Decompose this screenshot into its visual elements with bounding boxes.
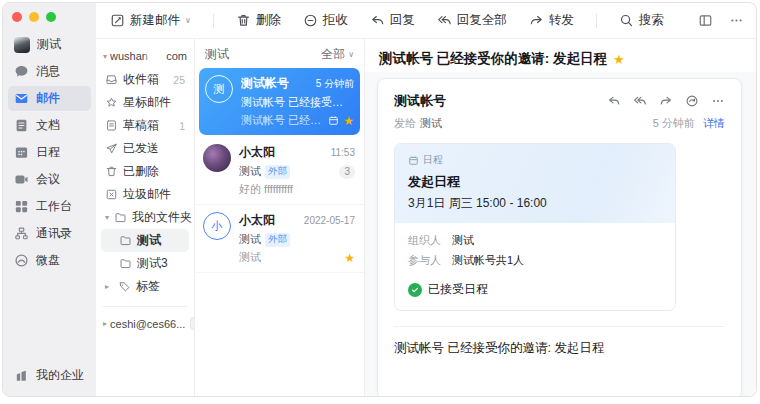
forward-icon[interactable]: [659, 94, 673, 108]
more-icon[interactable]: [711, 94, 725, 108]
mail-timestamp: 5 分钟前: [653, 116, 695, 131]
mail-card-header: 测试帐号: [394, 92, 725, 110]
to-recipient: 测试: [420, 116, 442, 131]
search-label: 搜索: [639, 12, 664, 29]
forward-icon: [529, 13, 544, 28]
sidebar-item-meeting[interactable]: 会议: [8, 167, 91, 192]
filter-dropdown[interactable]: 全部 ∨: [321, 46, 354, 63]
folder-junk[interactable]: 垃圾邮件: [101, 183, 189, 206]
sidebar-item-calendar[interactable]: 日程: [8, 140, 91, 165]
reply-all-icon[interactable]: [633, 94, 647, 108]
sidebar-item-my-company[interactable]: 我的企业: [3, 367, 96, 396]
circle-arrow-icon[interactable]: [685, 94, 699, 108]
sidebar-item-workbench[interactable]: 工作台: [8, 194, 91, 219]
folder-ceshi[interactable]: 测试: [101, 229, 189, 252]
compose-label: 新建邮件: [130, 12, 180, 29]
grid-icon: [14, 199, 29, 214]
mail-subject: 测试: [239, 232, 261, 247]
sidebar-nav: 测试 消息 邮件 文档 日程 会议: [3, 28, 96, 277]
more-icon[interactable]: [729, 13, 744, 28]
send-icon: [105, 142, 118, 155]
maximize-window-button[interactable]: [46, 12, 56, 22]
content-area: ▾ wushancom 收件箱 25 星标邮件 草稿箱 1: [96, 39, 756, 396]
mail-preview: 测试帐号 已经接受你的邀请: [241, 113, 328, 128]
forward-button[interactable]: 转发: [529, 12, 574, 29]
document-icon: [14, 118, 29, 133]
folder-sent[interactable]: 已发送: [101, 137, 189, 160]
draft-icon: [105, 119, 118, 132]
secondary-account-label: ceshi@ces66...: [110, 318, 185, 330]
folder-divider: [103, 306, 187, 307]
organizer-value: 测试: [452, 233, 474, 248]
sidebar-item-docs[interactable]: 文档: [8, 113, 91, 138]
mail-time: 11:53: [331, 147, 355, 158]
detail-link[interactable]: 详情: [703, 116, 725, 131]
mail-card: 测试帐号 发给 测试 5 分钟前: [377, 78, 742, 396]
event-card[interactable]: 日程 发起日程 3月1日 周三 15:00 - 16:00 组织人 测试 参: [394, 143, 676, 311]
app-window: 测试 消息 邮件 文档 日程 会议: [2, 2, 757, 397]
sender-name: 测试帐号: [241, 75, 289, 92]
folder-label: 标签: [136, 278, 160, 295]
delete-button[interactable]: 删除: [236, 12, 281, 29]
chat-bubble-icon: [14, 64, 29, 79]
layout-panel-icon[interactable]: [698, 13, 713, 28]
avatar: 小: [203, 212, 231, 240]
event-status: 已接受日程: [408, 281, 662, 298]
mail-list-title: 测试: [205, 46, 229, 63]
folder-tags[interactable]: ▸ 标签: [101, 275, 189, 298]
mail-list-header: 测试 全部 ∨: [195, 39, 364, 68]
mail-item[interactable]: 小太阳 11:53 测试 外部 3 好的 ffffffffff: [195, 137, 364, 205]
reply-button[interactable]: 回复: [370, 12, 415, 29]
redacted-blur: [151, 50, 163, 62]
caret-down-icon: ▾: [105, 213, 109, 222]
folder-inbox[interactable]: 收件箱 25: [101, 68, 189, 91]
reply-icon: [370, 13, 385, 28]
star-icon[interactable]: ★: [613, 53, 625, 66]
search-button[interactable]: 搜索: [619, 12, 664, 29]
mail-body: 测试帐号 已经接受你的邀请: 发起日程: [394, 340, 725, 357]
folder-my-folders[interactable]: ▾ 我的文件夹: [101, 206, 189, 229]
event-title: 发起日程: [408, 173, 662, 191]
sidebar-item-contacts[interactable]: 通讯录: [8, 221, 91, 246]
sidebar-item-drive[interactable]: 微盘: [8, 248, 91, 273]
folder-panel: ▾ wushancom 收件箱 25 星标邮件 草稿箱 1: [96, 39, 195, 396]
star-icon[interactable]: ★: [343, 115, 354, 127]
attendee-value: 测试帐号共1人: [452, 253, 524, 268]
attendee-label: 参与人: [408, 253, 452, 268]
reject-button[interactable]: 拒收: [303, 12, 348, 29]
account-row[interactable]: ▾ wushancom: [101, 47, 189, 68]
calendar-mini-icon: [408, 155, 419, 166]
star-icon[interactable]: ★: [344, 252, 355, 264]
unread-count: 25: [173, 74, 185, 86]
reply-all-icon: [437, 13, 452, 28]
sidebar-item-mail[interactable]: 邮件: [8, 86, 91, 111]
company-building-icon: [14, 368, 29, 383]
mail-toolbar: 新建邮件 ∨ 删除 拒收 回复 回复全部 转发: [96, 3, 756, 39]
sidebar-item-label: 消息: [36, 63, 60, 80]
mail-item[interactable]: 小 小太阳 2022-05-17 测试 外部 测试 ★: [195, 205, 364, 273]
reply-icon[interactable]: [607, 94, 621, 108]
event-card-bottom: 组织人 测试 参与人 测试帐号共1人 已接受日程: [395, 223, 675, 310]
mail-item-selected[interactable]: 测 测试帐号 5 分钟前 测试帐号 已经接受你的邀请: 发... 测试帐号 已经…: [199, 68, 360, 135]
organizer-label: 组织人: [408, 233, 452, 248]
folder-drafts[interactable]: 草稿箱 1: [101, 114, 189, 137]
sidebar-item-profile[interactable]: 测试: [8, 32, 91, 57]
sidebar-item-label: 微盘: [36, 252, 60, 269]
sidebar-item-messages[interactable]: 消息: [8, 59, 91, 84]
reply-all-button[interactable]: 回复全部: [437, 12, 507, 29]
org-chart-icon: [14, 226, 29, 241]
close-window-button[interactable]: [12, 12, 22, 22]
window-controls: [3, 3, 96, 28]
folder-label: 星标邮件: [123, 94, 171, 111]
compose-button[interactable]: 新建邮件 ∨: [110, 12, 191, 29]
folder-deleted[interactable]: 已删除: [101, 160, 189, 183]
toolbar-divider: [213, 14, 214, 28]
inbox-icon: [105, 73, 118, 86]
minimize-window-button[interactable]: [29, 12, 39, 22]
compose-icon: [110, 13, 125, 28]
secondary-account-row[interactable]: ▸ ceshi@ces66... ceshi: [101, 315, 189, 332]
folder-starred[interactable]: 星标邮件: [101, 91, 189, 114]
folder-ceshi3[interactable]: 测试3: [101, 252, 189, 275]
tag-icon: [118, 280, 131, 293]
mail-card-subheader: 发给 测试 5 分钟前 详情: [394, 116, 725, 131]
